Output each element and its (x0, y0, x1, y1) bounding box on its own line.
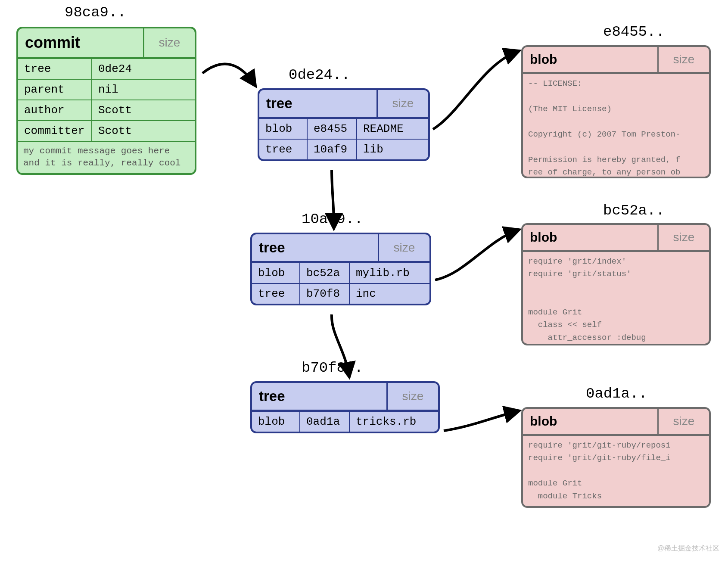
tree-object-2: tree size blob0ad1atricks.rb (250, 381, 440, 433)
tree-type-label: tree (259, 90, 376, 117)
arrow-commit-to-tree0 (202, 64, 254, 84)
commit-header: commit size (18, 28, 195, 58)
hash-label-blob-0: e8455.. (603, 24, 665, 40)
commit-row: committerScott (18, 120, 195, 141)
tree-size-label: size (386, 383, 438, 410)
blob-header: blob size (523, 225, 709, 251)
commit-row: parentnil (18, 79, 195, 100)
hash-label-tree-1: 10af9.. (302, 211, 363, 227)
tree-row: blob0ad1atricks.rb (252, 411, 438, 432)
blob-content: require 'grit/index' require 'grit/statu… (523, 251, 709, 344)
tree-row: tree10af9lib (259, 139, 428, 159)
arrow-tree0-to-blob0 (433, 52, 517, 129)
tree-type-label: tree (252, 383, 386, 410)
blob-type-label: blob (523, 409, 657, 434)
commit-object: commit size tree0de24 parentnil authorSc… (16, 27, 196, 175)
blob-type-label: blob (523, 225, 657, 250)
hash-label-blob-2: 0ad1a.. (586, 386, 647, 402)
tree-row: blobe8455README (259, 118, 428, 139)
tree-row: blobbc52amylib.rb (252, 262, 429, 283)
arrow-tree1-to-blob1 (435, 230, 517, 280)
tree-header: tree size (259, 90, 428, 118)
tree-header: tree size (252, 234, 429, 262)
blob-object-2: blob size require 'grit/git-ruby/reposi … (521, 407, 711, 508)
blob-header: blob size (523, 47, 709, 73)
blob-content: -- LICENSE: (The MIT License) Copyright … (523, 73, 709, 177)
hash-label-tree-2: b70f8.. (302, 360, 363, 376)
tree-header: tree size (252, 383, 438, 411)
blob-header: blob size (523, 409, 709, 435)
blob-type-label: blob (523, 47, 657, 72)
tree-size-label: size (378, 234, 429, 261)
tree-type-label: tree (252, 234, 378, 261)
commit-type-label: commit (18, 28, 143, 57)
blob-size-label: size (657, 225, 709, 250)
tree-row: treeb70f8inc (252, 283, 429, 304)
watermark: @稀土掘金技术社区 (657, 544, 719, 553)
tree-object-0: tree size blobe8455README tree10af9lib (258, 88, 430, 161)
hash-label-blob-1: bc52a.. (603, 202, 665, 219)
blob-object-1: blob size require 'grit/index' require '… (521, 223, 711, 345)
blob-object-0: blob size -- LICENSE: (The MIT License) … (521, 45, 711, 178)
blob-size-label: size (657, 47, 709, 72)
tree-object-1: tree size blobbc52amylib.rb treeb70f8inc (250, 233, 431, 305)
tree-size-label: size (376, 90, 428, 117)
commit-size-label: size (143, 28, 195, 57)
blob-size-label: size (657, 409, 709, 434)
commit-row: authorScott (18, 100, 195, 120)
hash-label-commit: 98ca9.. (65, 4, 126, 21)
hash-label-tree-0: 0de24.. (289, 67, 350, 83)
commit-message: my commit message goes here and it is re… (18, 141, 195, 173)
blob-content: require 'grit/git-ruby/reposi require 'g… (523, 435, 709, 506)
arrow-tree2-to-blob2 (444, 411, 517, 431)
commit-row: tree0de24 (18, 58, 195, 79)
